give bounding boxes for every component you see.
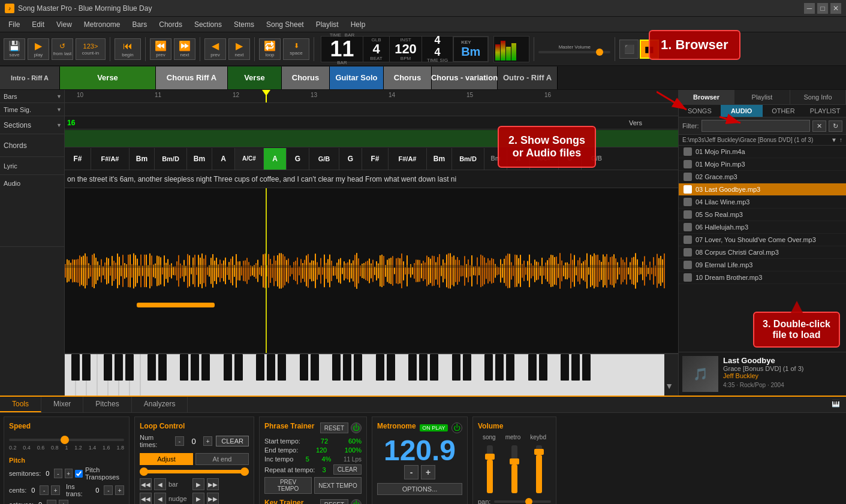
prev2-button[interactable]: ◀ prev: [204, 38, 226, 60]
menu-stems[interactable]: Stems: [228, 19, 260, 30]
chord-f-sharp2[interactable]: F#: [362, 148, 389, 170]
semitones-minus[interactable]: -: [54, 469, 62, 478]
menu-bars[interactable]: Bars: [127, 19, 153, 30]
bar-left-double[interactable]: ◀◀: [140, 478, 152, 490]
menu-sections[interactable]: Sections: [188, 19, 228, 30]
section-verse2[interactable]: Verse: [228, 67, 282, 89]
section-outro[interactable]: Outro - Riff A: [498, 67, 558, 89]
nudge-right-double[interactable]: ▶▶: [207, 493, 219, 504]
bars-collapse-icon[interactable]: ▼: [56, 93, 62, 99]
ins-plus[interactable]: +: [115, 485, 124, 495]
keybd-vol-slider[interactable]: [536, 445, 542, 493]
chord-f-sharp-a-sharp[interactable]: F#/A#: [91, 148, 130, 170]
analyzers-tab[interactable]: Analyzers: [132, 397, 188, 412]
pan-thumb[interactable]: [525, 498, 532, 504]
phrase-reset-button[interactable]: RESET: [320, 422, 348, 433]
file-item-0[interactable]: 01 Mojo Pin.m4a: [679, 146, 846, 158]
loop-range-slider[interactable]: [140, 470, 249, 473]
speed-thumb[interactable]: [61, 436, 69, 444]
playlist-subtab[interactable]: PLAYLIST: [804, 105, 846, 117]
section-chorus-riff[interactable]: Chorus Riff A: [156, 67, 228, 89]
other-subtab[interactable]: OTHER: [763, 105, 805, 117]
filter-refresh-button[interactable]: ↻: [829, 120, 842, 132]
chord-bm4[interactable]: Bm: [484, 148, 507, 170]
count-in-button[interactable]: 123> count-in: [76, 38, 106, 60]
menu-songsheet[interactable]: Song Sheet: [260, 19, 310, 30]
path-dropdown-icon[interactable]: ▼: [831, 137, 837, 143]
num-times-minus[interactable]: -: [175, 436, 184, 446]
path-up-icon[interactable]: ↑: [839, 137, 842, 143]
piano-icon[interactable]: 🎹: [826, 397, 846, 412]
file-item-6[interactable]: 06 Hallelujah.mp3: [679, 221, 846, 234]
chord-bm2[interactable]: Bm: [187, 148, 212, 170]
browser-tab[interactable]: Browser: [679, 90, 734, 104]
file-item-3[interactable]: 03 Last Goodbye.mp3: [679, 183, 846, 196]
chord-a3[interactable]: A: [507, 148, 530, 170]
cents-minus[interactable]: -: [40, 485, 49, 495]
menu-help[interactable]: Help: [345, 19, 372, 30]
begin-button[interactable]: ⏮ begin: [115, 38, 141, 60]
nudge-right[interactable]: ▶: [192, 493, 204, 504]
section-chorus-var[interactable]: Chorus - variation: [432, 67, 498, 89]
maximize-button[interactable]: □: [817, 3, 828, 14]
key-trainer-power-button[interactable]: ⏻: [351, 499, 362, 504]
file-item-4[interactable]: 04 Lilac Wine.mp3: [679, 196, 846, 209]
chord-bm-d2[interactable]: Bm/D: [452, 148, 484, 170]
file-item-1[interactable]: 01 Mojo Pin.mp3: [679, 158, 846, 171]
menu-edit[interactable]: Edit: [26, 19, 50, 30]
ins-minus[interactable]: -: [104, 485, 113, 495]
file-item-10[interactable]: 10 Dream Brother.mp3: [679, 271, 846, 284]
metro-plus-button[interactable]: +: [421, 465, 435, 479]
octaves-minus[interactable]: -: [47, 500, 56, 504]
song-vol-slider[interactable]: [487, 445, 493, 493]
space-button[interactable]: ⬇ space: [283, 38, 309, 60]
bottom-view-button[interactable]: ⬛: [619, 40, 639, 59]
chord-a[interactable]: A: [212, 148, 235, 170]
metro-power-button[interactable]: ⏻: [451, 422, 462, 433]
section-chorus1[interactable]: Chorus: [282, 67, 330, 89]
loop-button[interactable]: 🔁 loop: [259, 38, 281, 60]
nudge-left-double[interactable]: ◀◀: [140, 493, 152, 504]
chord-a-c-sharp[interactable]: A/C#: [235, 148, 264, 170]
play-button[interactable]: ▶ play: [28, 38, 49, 60]
metro-vol-slider[interactable]: [511, 445, 517, 493]
pitch-transposes-checkbox[interactable]: [75, 470, 83, 478]
chord-g[interactable]: G: [287, 148, 309, 170]
chord-a-c-sharp2[interactable]: A/C#: [530, 148, 559, 170]
song-vol-thumb[interactable]: [485, 454, 495, 460]
section-chorus2[interactable]: Chorus: [384, 67, 432, 89]
pitches-tab[interactable]: Pitches: [83, 397, 131, 412]
loop-slider-start[interactable]: [140, 467, 148, 476]
chord-a2[interactable]: A: [264, 148, 287, 170]
menu-view[interactable]: View: [50, 19, 78, 30]
prev-tempo-button[interactable]: PREV TEMPO: [264, 477, 312, 494]
close-button[interactable]: ✕: [830, 3, 841, 14]
speed-slider[interactable]: [9, 439, 124, 441]
master-vol-thumb[interactable]: [596, 49, 603, 56]
cents-plus[interactable]: +: [51, 485, 60, 495]
tools-tab[interactable]: Tools: [0, 397, 41, 412]
chord-g3[interactable]: G: [559, 148, 582, 170]
filter-input[interactable]: [702, 120, 811, 132]
filter-clear-button[interactable]: ✕: [812, 120, 826, 132]
metro-options-button[interactable]: OPTIONS...: [377, 483, 462, 495]
menu-file[interactable]: File: [2, 19, 26, 30]
playlist-tab[interactable]: Playlist: [734, 90, 790, 104]
file-item-2[interactable]: 02 Grace.mp3: [679, 171, 846, 183]
menu-playlist[interactable]: Playlist: [310, 19, 345, 30]
timesig-collapse-icon[interactable]: ▼: [56, 107, 62, 113]
at-end-tab[interactable]: At end: [195, 453, 249, 465]
chord-g2[interactable]: G: [339, 148, 362, 170]
mixer-tab[interactable]: Mixer: [41, 397, 83, 412]
file-item-8[interactable]: 08 Corpus Christi Carol.mp3: [679, 246, 846, 259]
section-verse1[interactable]: Verse: [60, 67, 156, 89]
file-item-9[interactable]: 09 Eternal Life.mp3: [679, 259, 846, 271]
num-times-plus[interactable]: +: [203, 436, 212, 446]
chords-track-label[interactable]: Chords: [0, 134, 64, 157]
metro-minus-button[interactable]: -: [404, 465, 419, 479]
menu-metronome[interactable]: Metronome: [78, 19, 127, 30]
bars-track-label[interactable]: Bars ▼: [0, 90, 64, 103]
audio-subtab[interactable]: AUDIO: [721, 105, 763, 117]
song-info-tab[interactable]: Song Info: [790, 90, 846, 104]
bar-left[interactable]: ◀: [154, 478, 166, 490]
